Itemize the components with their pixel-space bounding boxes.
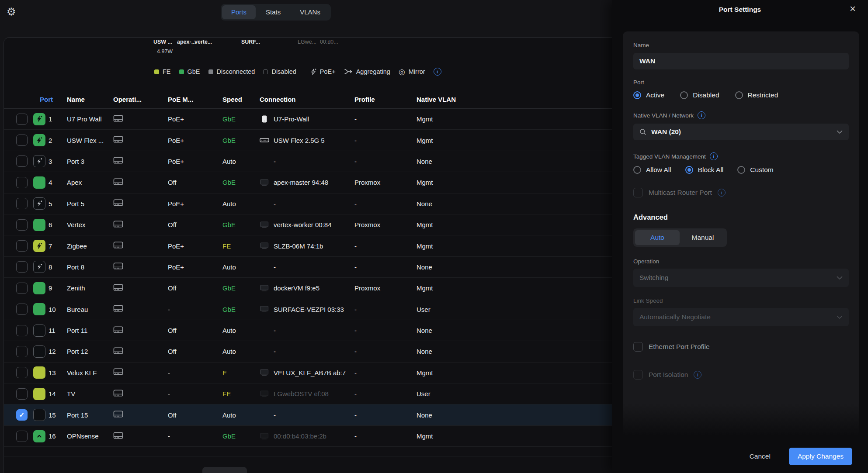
- row-checkbox[interactable]: [16, 114, 28, 125]
- row-checkbox[interactable]: [16, 431, 28, 442]
- tab-stats[interactable]: Stats: [257, 5, 290, 19]
- speed: GbE: [222, 306, 260, 313]
- speed: Auto: [222, 327, 260, 334]
- row-checkbox[interactable]: [16, 304, 28, 315]
- column-header-name[interactable]: Name: [67, 96, 113, 103]
- table-row[interactable]: 6 Vertex Off GbE vertex-worker 00:84 Pro…: [4, 214, 612, 235]
- radio-block-all[interactable]: Block All: [685, 166, 724, 174]
- column-header-native-vlan[interactable]: Native VLAN: [417, 96, 612, 103]
- operation-switch-icon: [113, 262, 123, 270]
- operation-select[interactable]: Switching: [633, 269, 849, 287]
- speed: GbE: [222, 115, 260, 123]
- operation-switch-icon: [113, 432, 123, 439]
- native-vlan-label-row: Native VLAN / Network i: [633, 111, 849, 119]
- table-row[interactable]: 5 Port 5 PoE+ Auto - - None: [4, 193, 612, 214]
- apply-changes-button[interactable]: Apply Changes: [789, 448, 852, 465]
- column-header-port[interactable]: Port: [40, 96, 67, 103]
- ethernet-port-profile-label: Ethernet Port Profile: [649, 343, 710, 351]
- row-checkbox[interactable]: [16, 135, 28, 146]
- port-name: Zenith: [67, 284, 113, 292]
- poe-mode: Off: [168, 327, 222, 334]
- column-header-profile[interactable]: Profile: [354, 96, 417, 103]
- profile: Proxmox: [354, 284, 417, 292]
- row-checkbox[interactable]: [16, 283, 28, 294]
- table-row[interactable]: 9 Zenith Off GbE dockerVM f9:e5 Proxmox …: [4, 278, 612, 299]
- row-checkbox[interactable]: [16, 240, 28, 252]
- name-label: Name: [633, 42, 849, 48]
- row-checkbox[interactable]: [16, 155, 28, 167]
- row-checkbox[interactable]: [16, 261, 28, 273]
- table-row[interactable]: 1 U7 Pro Wall PoE+ GbE U7-Pro-Wall - Mgm…: [4, 109, 612, 130]
- row-checkbox[interactable]: [16, 325, 28, 336]
- table-row[interactable]: 8 Port 8 PoE+ Auto - - None: [4, 257, 612, 278]
- mode-manual-button[interactable]: Manual: [681, 230, 725, 245]
- tab-ports[interactable]: Ports: [222, 5, 256, 19]
- table-row[interactable]: 3 Port 3 PoE+ Auto - - None: [4, 151, 612, 172]
- poe-mode: PoE+: [168, 115, 222, 123]
- multicast-router-port-checkbox-row[interactable]: Multicast Router Port i: [633, 188, 849, 197]
- port-number: 16: [49, 432, 67, 440]
- radio-restricted[interactable]: Restricted: [735, 91, 778, 99]
- table-row[interactable]: 2 USW Flex ... PoE+ GbE USW Flex 2.5G 5 …: [4, 130, 612, 151]
- table-row[interactable]: 10 Bureau - GbE SURFACE-VEZPI 03:33 - Us…: [4, 299, 612, 320]
- profile: -: [354, 348, 417, 355]
- table-row[interactable]: 15 Port 15 Off Auto - - None: [4, 404, 612, 425]
- table-row[interactable]: 13 Velux KLF - E VELUX_KLF_AB7B ab:7 - M…: [4, 363, 612, 383]
- table-row[interactable]: 11 Port 11 Off Auto - - None: [4, 320, 612, 341]
- legend-fe-label: FE: [163, 68, 171, 75]
- column-header-poe-mode[interactable]: PoE M...: [168, 96, 222, 103]
- mode-auto-button[interactable]: Auto: [635, 230, 680, 245]
- port-status-icon: [33, 197, 45, 210]
- row-checkbox[interactable]: [16, 198, 28, 209]
- column-header-speed[interactable]: Speed: [222, 96, 260, 103]
- radio-allow-all[interactable]: Allow All: [633, 166, 671, 174]
- pagination-button-partial[interactable]: [202, 467, 247, 473]
- row-checkbox[interactable]: [16, 367, 28, 378]
- cancel-button[interactable]: Cancel: [750, 452, 771, 460]
- aggregating-icon: [344, 68, 353, 75]
- native-vlan-dropdown[interactable]: WAN (20): [633, 124, 849, 140]
- table-row[interactable]: 14 TV - FE LGwebOSTV ef:08 - User: [4, 383, 612, 404]
- port-name: Port 5: [67, 200, 113, 207]
- row-checkbox[interactable]: [16, 177, 28, 188]
- info-icon[interactable]: i: [694, 371, 701, 379]
- close-icon[interactable]: ×: [850, 3, 856, 15]
- tab-vlans[interactable]: VLANs: [291, 5, 330, 19]
- radio-custom[interactable]: Custom: [737, 166, 773, 174]
- table-row[interactable]: 12 Port 12 Off Auto - - None: [4, 341, 612, 362]
- column-header-connection[interactable]: Connection: [260, 96, 354, 103]
- operation-switch-icon: [113, 157, 123, 164]
- table-row[interactable]: 4 Apex Off GbE apex-master 94:48 Proxmox…: [4, 172, 612, 193]
- legend-info-icon[interactable]: i: [434, 68, 441, 76]
- ethernet-port-profile-checkbox-row[interactable]: Ethernet Port Profile: [633, 342, 849, 352]
- name-input[interactable]: [633, 53, 849, 69]
- table-row[interactable]: 16 OPNsense - GbE 00:d0:b4:03:be:2b - Mg…: [4, 426, 612, 447]
- radio-active[interactable]: Active: [633, 91, 664, 99]
- native-vlan: Mgmt: [417, 284, 612, 292]
- radio-disabled[interactable]: Disabled: [680, 91, 719, 99]
- port-isolation-label: Port Isolation: [649, 371, 688, 379]
- port-number: 15: [49, 411, 67, 419]
- native-vlan: Mgmt: [417, 432, 612, 440]
- connection-device-icon: [260, 115, 269, 123]
- native-vlan-label: Native VLAN / Network: [633, 112, 694, 119]
- column-header-operation[interactable]: Operati...: [113, 96, 168, 103]
- info-icon[interactable]: i: [698, 111, 705, 119]
- speed: FE: [222, 390, 260, 397]
- settings-gear-icon[interactable]: ⚙: [7, 6, 16, 18]
- row-checkbox[interactable]: [16, 219, 28, 231]
- port-name: USW Flex ...: [67, 137, 113, 144]
- connection-device-icon: [260, 306, 269, 313]
- port-status-icon: [33, 219, 45, 231]
- row-checkbox[interactable]: [16, 388, 28, 400]
- row-checkbox[interactable]: [16, 409, 28, 421]
- info-icon[interactable]: i: [710, 152, 718, 160]
- port-isolation-checkbox-row[interactable]: Port Isolation i: [633, 370, 849, 380]
- port-name: Apex: [67, 179, 113, 186]
- info-icon[interactable]: i: [718, 189, 726, 197]
- drawer-title: Port Settings: [612, 0, 868, 14]
- native-vlan: Mgmt: [417, 221, 612, 228]
- table-row[interactable]: 7 Zigbee PoE+ FE SLZB-06M 74:1b - Mgmt: [4, 235, 612, 256]
- row-checkbox[interactable]: [16, 346, 28, 357]
- link-speed-select[interactable]: Automatically Negotiate: [633, 308, 849, 326]
